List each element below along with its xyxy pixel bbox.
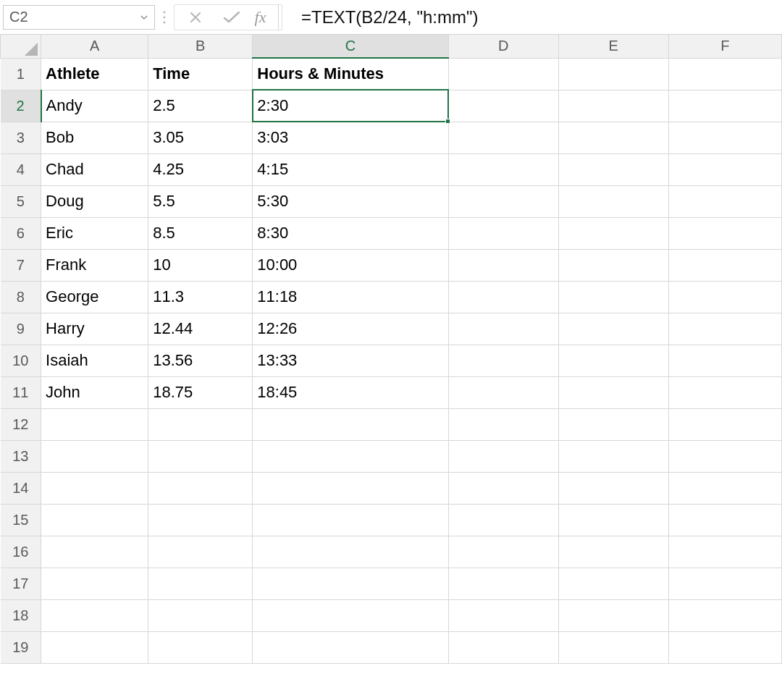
cell[interactable]: Bob — [41, 122, 148, 153]
cell[interactable] — [448, 90, 558, 122]
cell[interactable]: 3:03 — [253, 122, 448, 153]
cell[interactable] — [668, 185, 781, 217]
cell[interactable] — [253, 631, 448, 663]
cell[interactable] — [448, 249, 558, 281]
col-header-C[interactable]: C — [253, 35, 448, 58]
select-all-corner[interactable] — [1, 35, 41, 58]
cell[interactable]: 5.5 — [148, 185, 253, 217]
cell[interactable] — [558, 122, 668, 153]
cell[interactable] — [558, 376, 668, 408]
cell[interactable] — [668, 122, 781, 153]
cell[interactable] — [448, 58, 558, 90]
cell[interactable] — [41, 440, 148, 472]
cell[interactable]: Harry — [41, 313, 148, 345]
cell[interactable] — [558, 536, 668, 568]
cell[interactable] — [558, 217, 668, 249]
cell[interactable] — [448, 408, 558, 440]
cell[interactable] — [253, 440, 448, 472]
cell[interactable] — [253, 536, 448, 568]
cell[interactable] — [253, 408, 448, 440]
cell[interactable] — [253, 599, 448, 631]
cell[interactable] — [558, 249, 668, 281]
cell[interactable]: 3.05 — [148, 122, 253, 153]
cell[interactable] — [668, 472, 781, 504]
row-header[interactable]: 4 — [1, 153, 41, 185]
cell[interactable] — [448, 631, 558, 663]
cell[interactable] — [253, 568, 448, 599]
cell[interactable] — [668, 217, 781, 249]
cell[interactable] — [41, 536, 148, 568]
cell[interactable] — [558, 408, 668, 440]
row-header[interactable]: 14 — [1, 472, 41, 504]
cell[interactable] — [668, 376, 781, 408]
cell[interactable]: 8.5 — [148, 217, 253, 249]
cell[interactable] — [558, 58, 668, 90]
cell[interactable]: Athlete — [41, 58, 148, 90]
cell[interactable] — [448, 536, 558, 568]
name-box-dropdown-icon[interactable] — [140, 13, 148, 22]
cell[interactable] — [41, 568, 148, 599]
enter-button[interactable] — [214, 5, 250, 30]
cell[interactable] — [668, 568, 781, 599]
cell[interactable] — [668, 599, 781, 631]
cell[interactable] — [558, 185, 668, 217]
cell[interactable] — [448, 440, 558, 472]
cell[interactable]: Chad — [41, 153, 148, 185]
col-header-B[interactable]: B — [148, 35, 253, 58]
cell[interactable] — [558, 504, 668, 536]
cell[interactable] — [41, 408, 148, 440]
cell[interactable]: 2.5 — [148, 90, 253, 122]
cell[interactable] — [148, 408, 253, 440]
cell[interactable]: 11.3 — [148, 281, 253, 313]
row-header[interactable]: 16 — [1, 536, 41, 568]
cell[interactable] — [148, 536, 253, 568]
cell[interactable] — [448, 122, 558, 153]
cell[interactable]: John — [41, 376, 148, 408]
cell[interactable]: 8:30 — [253, 217, 448, 249]
cell[interactable] — [668, 536, 781, 568]
cell[interactable] — [558, 631, 668, 663]
row-header[interactable]: 17 — [1, 568, 41, 599]
cell[interactable] — [668, 58, 781, 90]
cell[interactable]: 12.44 — [148, 313, 253, 345]
cell[interactable] — [558, 90, 668, 122]
spreadsheet-grid[interactable]: A B C D E F 1 Athlete Time Hours & Minut… — [0, 35, 782, 664]
cell[interactable]: Doug — [41, 185, 148, 217]
cell[interactable] — [668, 249, 781, 281]
cell[interactable] — [668, 408, 781, 440]
cell[interactable]: 13:33 — [253, 345, 448, 376]
cell[interactable] — [148, 568, 253, 599]
cell[interactable] — [41, 472, 148, 504]
cell[interactable] — [448, 345, 558, 376]
cell[interactable]: Hours & Minutes — [253, 58, 448, 90]
cell[interactable] — [41, 504, 148, 536]
cell[interactable]: 13.56 — [148, 345, 253, 376]
cell[interactable]: Time — [148, 58, 253, 90]
row-header[interactable]: 8 — [1, 281, 41, 313]
cell[interactable]: Frank — [41, 249, 148, 281]
row-header[interactable]: 9 — [1, 313, 41, 345]
cell[interactable]: 10 — [148, 249, 253, 281]
col-header-F[interactable]: F — [668, 35, 781, 58]
cell[interactable] — [558, 472, 668, 504]
cell[interactable]: 10:00 — [253, 249, 448, 281]
cell[interactable]: 12:26 — [253, 313, 448, 345]
cell[interactable] — [253, 472, 448, 504]
row-header[interactable]: 19 — [1, 631, 41, 663]
cell[interactable]: Andy — [41, 90, 148, 122]
row-header[interactable]: 5 — [1, 185, 41, 217]
cell[interactable] — [148, 599, 253, 631]
row-header[interactable]: 12 — [1, 408, 41, 440]
cell[interactable] — [558, 568, 668, 599]
cell[interactable] — [668, 313, 781, 345]
cell[interactable] — [668, 631, 781, 663]
cell[interactable] — [41, 631, 148, 663]
row-header[interactable]: 3 — [1, 122, 41, 153]
cell[interactable] — [668, 153, 781, 185]
cell[interactable]: 2:30 — [253, 90, 448, 122]
cell[interactable] — [668, 440, 781, 472]
cell[interactable] — [558, 599, 668, 631]
row-header[interactable]: 1 — [1, 58, 41, 90]
cell[interactable] — [448, 376, 558, 408]
cell[interactable] — [448, 504, 558, 536]
